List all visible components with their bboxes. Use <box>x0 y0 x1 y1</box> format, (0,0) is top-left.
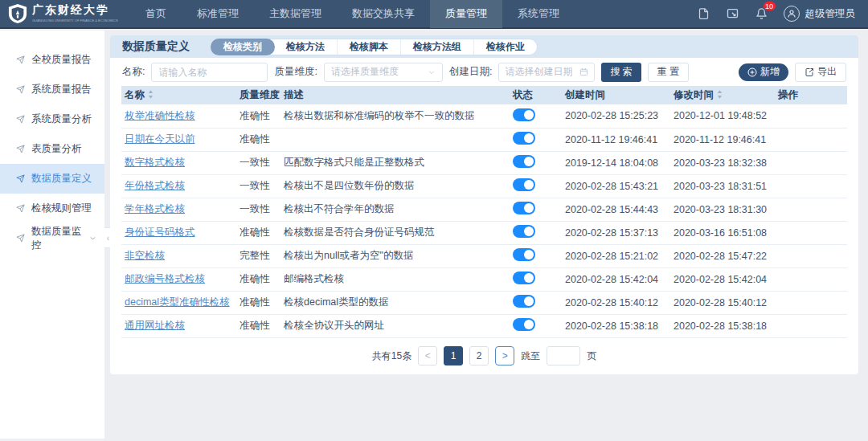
add-button[interactable]: 新增 <box>739 63 788 81</box>
sidebar-item-label: 数据质量定义 <box>31 172 92 186</box>
next-page-button[interactable]: > <box>495 346 514 365</box>
send-icon <box>16 234 25 243</box>
status-cell <box>510 244 562 267</box>
rule-name-link[interactable]: 非空检核 <box>125 250 165 261</box>
sidebar-item[interactable]: 数据质量定义 <box>0 164 104 194</box>
description-cell: 检核出为null或者为空"的数据 <box>280 244 510 267</box>
rule-name-link[interactable]: 通用网址检核 <box>125 320 185 331</box>
tab-item[interactable]: 检核作业 <box>474 39 537 55</box>
nav-item[interactable]: 系统管理 <box>502 0 575 28</box>
nav-item[interactable]: 标准管理 <box>182 0 254 28</box>
created-cell: 2020-02-28 15:37:13 <box>562 221 670 244</box>
tab-active[interactable]: 检核类别 <box>211 39 275 55</box>
status-toggle[interactable] <box>513 178 535 191</box>
tab-item[interactable]: 检核脚本 <box>338 39 401 55</box>
bell-icon[interactable]: 10 <box>755 7 768 20</box>
table-row: 非空检核完整性检核出为null或者为空"的数据2020-02-28 15:21:… <box>121 244 847 267</box>
table-row: 枚举准确性检核准确性检核出数据和标准编码的枚举不一致的数据2020-02-28 … <box>121 104 847 128</box>
sidebar-item[interactable]: 数据质量监控 <box>0 223 104 253</box>
actions-cell <box>775 244 847 267</box>
column-header: 创建时间 <box>562 86 670 104</box>
document-icon[interactable] <box>698 7 710 20</box>
name-cell: 邮政编号格式检核 <box>121 267 236 291</box>
user-menu[interactable]: 超级管理员 <box>784 6 856 22</box>
sidebar-item[interactable]: 表质量分析 <box>0 134 104 164</box>
modified-cell: 2020-11-12 19:46:41 <box>670 128 775 151</box>
rule-name-link[interactable]: 身份证号码格式 <box>125 227 195 238</box>
table-wrap: 名称质量维度描述状态创建时间修改时间操作 枚举准确性检核准确性检核出数据和标准编… <box>110 86 858 338</box>
name-cell: 日期在今天以前 <box>121 128 236 151</box>
page-button[interactable]: 2 <box>469 346 489 365</box>
rule-name-link[interactable]: 枚举准确性检核 <box>125 110 195 121</box>
dimension-cell: 一致性 <box>236 151 280 174</box>
pagination: 共有15条 < 12 > 跳至 页 <box>110 338 858 374</box>
created-cell: 2020-11-12 19:46:41 <box>562 128 670 151</box>
toggle-knob <box>524 296 534 306</box>
export-icon <box>805 67 814 77</box>
status-toggle[interactable] <box>513 272 535 284</box>
sidebar-item[interactable]: 全校质量报告 <box>0 45 104 75</box>
sidebar-item[interactable]: 系统质量分析 <box>0 104 104 134</box>
nav-item[interactable]: 数据交换共享 <box>337 0 430 28</box>
modified-cell: 2020-03-23 18:32:38 <box>670 151 775 174</box>
name-input[interactable] <box>151 63 268 82</box>
rule-name-link[interactable]: 数字格式检核 <box>125 157 185 168</box>
modified-cell: 2020-02-28 15:42:04 <box>670 267 775 291</box>
description-cell: 检核数据是否符合身份证号码规范 <box>280 221 510 244</box>
status-toggle[interactable] <box>513 248 535 261</box>
created-cell: 2019-12-14 18:04:08 <box>562 151 670 174</box>
rule-name-link[interactable]: decimal类型准确性检核 <box>125 296 230 308</box>
nav-item[interactable]: 主数据管理 <box>254 0 337 28</box>
dimension-cell: 准确性 <box>236 314 280 337</box>
name-cell: 数字格式检核 <box>121 151 236 174</box>
actions-cell <box>775 174 847 198</box>
date-input[interactable]: 请选择创建日期 <box>498 63 595 82</box>
tab-item[interactable]: 检核方法 <box>274 39 338 55</box>
rule-name-link[interactable]: 邮政编号格式检核 <box>125 273 205 284</box>
table-row: 日期在今天以前准确性2020-11-12 19:46:412020-11-12 … <box>121 128 847 151</box>
nav-item[interactable]: 质量管理 <box>430 0 502 28</box>
search-button[interactable]: 搜 索 <box>601 63 641 82</box>
dimension-select[interactable]: 请选择质量维度 <box>324 63 443 82</box>
modified-cell: 2020-03-16 16:51:08 <box>670 221 775 244</box>
created-cell: 2020-02-28 15:40:12 <box>562 291 670 314</box>
rule-name-link[interactable]: 日期在今天以前 <box>125 133 195 145</box>
status-cell <box>510 151 562 174</box>
status-toggle[interactable] <box>513 155 535 168</box>
table-row: 邮政编号格式检核准确性邮编格式检核2020-02-28 15:42:042020… <box>121 267 847 291</box>
toggle-knob <box>524 157 534 166</box>
rule-name-link[interactable]: 学年格式检核 <box>125 203 185 214</box>
status-toggle[interactable] <box>513 108 535 121</box>
modified-cell: 2020-02-28 15:38:18 <box>670 314 775 337</box>
actions-cell <box>775 314 847 337</box>
nav-item[interactable]: 首页 <box>130 0 182 28</box>
university-subtitle: GUANGDONG UNIVERSITY OF FINANCE & ECONOM… <box>32 18 118 22</box>
page-button[interactable]: 1 <box>444 346 463 365</box>
column-header-label: 操作 <box>778 89 798 100</box>
send-icon <box>16 174 25 183</box>
screen-icon[interactable] <box>726 7 739 20</box>
reset-button[interactable]: 重 置 <box>648 63 689 82</box>
sort-icon[interactable] <box>148 90 154 101</box>
jump-page-input[interactable] <box>547 346 580 365</box>
created-cell: 2020-02-28 15:25:23 <box>562 104 670 128</box>
sidebar-item[interactable]: 检核规则管理 <box>0 194 104 223</box>
status-cell <box>510 291 562 314</box>
rule-name-link[interactable]: 年份格式检核 <box>125 180 185 191</box>
created-cell: 2020-02-28 15:38:18 <box>562 314 670 337</box>
export-button[interactable]: 导出 <box>795 63 846 82</box>
status-toggle[interactable] <box>513 132 535 145</box>
user-name: 超级管理员 <box>805 7 856 21</box>
status-toggle[interactable] <box>513 318 535 331</box>
status-toggle[interactable] <box>513 225 535 238</box>
status-cell <box>510 174 562 198</box>
sidebar-item[interactable]: 系统质量报告 <box>0 75 104 104</box>
prev-page-button[interactable]: < <box>418 346 437 365</box>
column-header-label: 修改时间 <box>674 89 714 100</box>
dimension-cell: 一致性 <box>236 198 280 221</box>
modified-cell: 2020-03-23 18:31:51 <box>670 174 775 198</box>
status-toggle[interactable] <box>513 202 535 214</box>
tab-item[interactable]: 检核方法组 <box>401 39 474 55</box>
sort-icon[interactable] <box>717 90 723 101</box>
status-toggle[interactable] <box>513 295 535 308</box>
